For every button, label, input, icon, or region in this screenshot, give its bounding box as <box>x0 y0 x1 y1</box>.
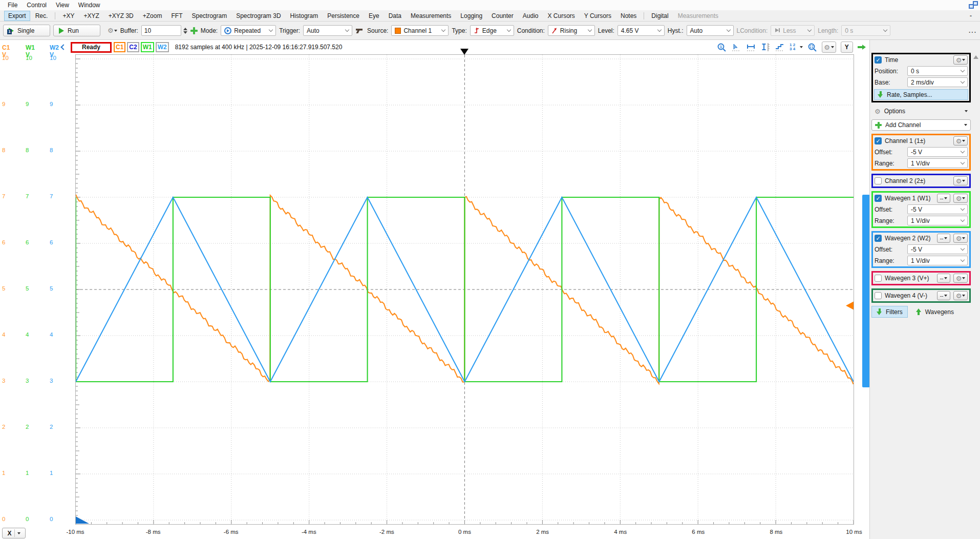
waveform-plot[interactable] <box>75 54 854 525</box>
view-item-fft[interactable]: FFT <box>167 11 186 21</box>
level-select[interactable]: 4.65 V <box>617 25 665 36</box>
time-checkbox[interactable]: ✓ <box>875 56 882 64</box>
channel-checkbox[interactable]: ✓ <box>875 235 882 242</box>
view-item-spectrogram-3d[interactable]: Spectrogram 3D <box>232 11 285 21</box>
add-channel-select[interactable]: Add Channel <box>871 119 971 131</box>
rate-samples-button[interactable]: Rate, Samples... <box>874 89 968 100</box>
window-restore-icon[interactable] <box>969 1 978 9</box>
trigger-select[interactable]: Auto <box>303 25 352 36</box>
trigger-position-marker[interactable] <box>460 49 468 55</box>
plot-options-button[interactable]: ⚙ <box>822 42 836 53</box>
buffer-gear-button[interactable]: ⚙ <box>108 27 117 34</box>
channel-gear-button[interactable]: ⚙ <box>953 194 968 203</box>
wavegen-mini-select[interactable]: -- <box>937 291 950 300</box>
channel-tab-w1[interactable]: W1 <box>141 42 154 52</box>
channel-gear-button[interactable]: ⚙ <box>953 234 968 243</box>
wavegens-button[interactable]: Wavegens <box>913 306 957 318</box>
channel-gear-button[interactable]: ⚙ <box>953 176 968 185</box>
menu-view[interactable]: View <box>51 1 74 10</box>
channel-checkbox[interactable] <box>875 177 882 184</box>
fit-zoom-icon[interactable]: 1 <box>717 43 727 52</box>
view-item-export[interactable]: Export <box>4 11 30 21</box>
time-gear-button[interactable]: ⚙ <box>953 55 968 65</box>
view-item-logging[interactable]: Logging <box>456 11 486 21</box>
field-select[interactable]: -5 V <box>907 147 968 157</box>
single-button[interactable]: 1 Single <box>3 25 50 36</box>
view-item-data[interactable]: Data <box>385 11 406 21</box>
wavegen2-range-bar[interactable] <box>862 195 870 387</box>
viewbar-overflow[interactable]: - <box>970 12 972 19</box>
field-select[interactable]: 1 V/div <box>907 158 968 168</box>
view-item-measurements[interactable]: Measurements <box>407 11 455 21</box>
vertical-measure-icon[interactable] <box>761 43 770 52</box>
field-select[interactable]: -5 V <box>907 244 968 254</box>
channel-gear-button[interactable]: ⚙ <box>953 291 968 300</box>
menu-file[interactable]: File <box>3 1 22 10</box>
channel-gear-button[interactable]: ⚙ <box>953 136 968 146</box>
buffer-input[interactable]: 10 <box>141 25 181 36</box>
wavegen-mini-select[interactable]: -- <box>937 194 950 203</box>
scroll-up-icon[interactable] <box>973 55 978 59</box>
axis-value: 2 <box>2 424 23 430</box>
filters-button[interactable]: Filters <box>871 306 908 318</box>
view-item--xyz[interactable]: +XYZ <box>79 11 103 21</box>
menu-window[interactable]: Window <box>74 1 105 10</box>
x-axis-button[interactable]: X <box>2 528 26 538</box>
view-item--xyz-3d[interactable]: +XYZ 3D <box>104 11 138 21</box>
position-select[interactable]: 0 s <box>907 66 968 76</box>
type-select[interactable]: Edge <box>470 25 514 36</box>
horizontal-measure-icon[interactable] <box>746 43 756 52</box>
wavegen-mini-select[interactable]: -- <box>937 234 950 243</box>
condition-select[interactable]: Rising <box>548 25 595 36</box>
axis-value: 7 <box>2 193 23 199</box>
channel-tab-w2[interactable]: W2 <box>156 42 169 52</box>
hysteresis-select[interactable]: Auto <box>687 25 734 36</box>
view-item-digital[interactable]: Digital <box>647 11 672 21</box>
menu-control[interactable]: Control <box>22 1 51 10</box>
wavegen-mini-select[interactable]: -- <box>937 274 950 283</box>
options-row[interactable]: ⚙ Options <box>871 106 971 117</box>
run-button[interactable]: Run <box>53 25 100 36</box>
cursors-dropdown[interactable] <box>800 46 803 48</box>
quick-measure-icon[interactable] <box>775 43 785 52</box>
view-item-x-cursors[interactable]: X Cursors <box>543 11 579 21</box>
view-item-notes[interactable]: Notes <box>616 11 641 21</box>
view-item-audio[interactable]: Audio <box>519 11 543 21</box>
buffer-spinner[interactable] <box>183 28 187 34</box>
view-item-histogram[interactable]: Histogram <box>286 11 323 21</box>
plus-icon <box>875 122 882 129</box>
view-item-rec-[interactable]: Rec. <box>31 11 52 21</box>
channel-tab-c2[interactable]: C2 <box>127 42 139 52</box>
field-select[interactable]: 1 V/div <box>907 216 968 225</box>
source-select[interactable]: Channel 1 <box>391 25 449 36</box>
detach-arrow-icon[interactable] <box>858 45 866 50</box>
view-item-counter[interactable]: Counter <box>487 11 518 21</box>
pointer-icon[interactable] <box>731 43 741 52</box>
x-position-marker[interactable] <box>76 516 89 524</box>
zoom-icon[interactable] <box>807 43 817 52</box>
view-item-persistence[interactable]: Persistence <box>323 11 364 21</box>
field-select[interactable]: -5 V <box>907 204 968 214</box>
view-item-eye[interactable]: Eye <box>365 11 384 21</box>
field-label: Range: <box>875 257 905 264</box>
cursor-numbers-icon[interactable]: 1 23 4 <box>790 43 795 51</box>
view-item-spectrogram[interactable]: Spectrogram <box>187 11 231 21</box>
collapse-left-icon[interactable] <box>60 44 66 50</box>
toolbar-overflow[interactable]: ... <box>969 27 977 34</box>
view-item--xy[interactable]: +XY <box>58 11 78 21</box>
view-item--zoom[interactable]: +Zoom <box>139 11 166 21</box>
channel-checkbox[interactable]: ✓ <box>875 195 882 202</box>
trigger-level-marker[interactable] <box>846 302 854 310</box>
base-select[interactable]: 2 ms/div <box>907 77 968 87</box>
field-select[interactable]: 1 V/div <box>907 256 968 265</box>
channel-checkbox[interactable] <box>875 275 882 282</box>
channel-checkbox[interactable]: ✓ <box>875 137 882 144</box>
channel-tab-c1[interactable]: C1 <box>114 42 125 52</box>
panel-scrollbar[interactable] <box>972 53 979 538</box>
add-mode-icon[interactable] <box>190 27 198 34</box>
channel-gear-button[interactable]: ⚙ <box>953 274 968 283</box>
channel-checkbox[interactable] <box>875 292 882 299</box>
y-axis-button[interactable]: Y <box>841 42 853 53</box>
mode-select[interactable]: Repeated <box>221 25 276 36</box>
view-item-y-cursors[interactable]: Y Cursors <box>580 11 615 21</box>
